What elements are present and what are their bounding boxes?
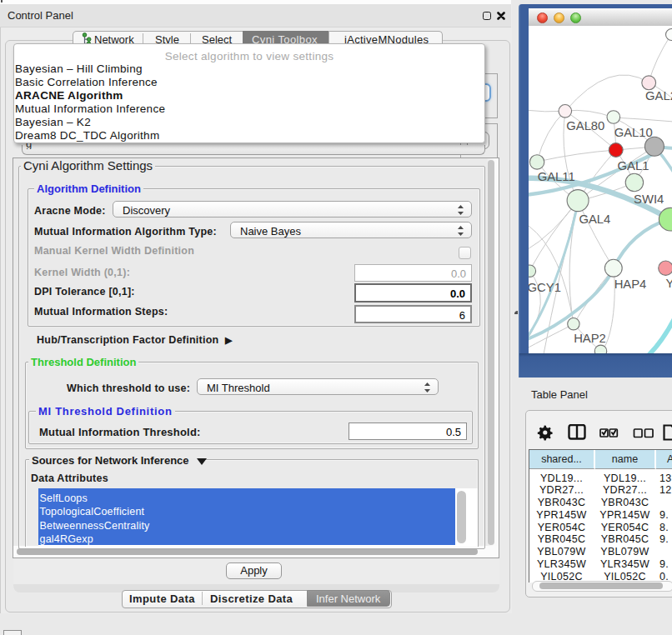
svg-text:GAL4: GAL4 <box>579 212 610 226</box>
svg-text:GAL10: GAL10 <box>614 126 653 139</box>
svg-text:Y: Y <box>666 277 672 290</box>
svg-text:HAP2: HAP2 <box>574 332 606 345</box>
svg-text:SWI4: SWI4 <box>634 192 664 206</box>
svg-text:GAL1: GAL1 <box>618 159 649 172</box>
svg-text:HAP4: HAP4 <box>614 278 647 291</box>
svg-text:GAL11: GAL11 <box>538 170 575 183</box>
svg-text:GCY1: GCY1 <box>529 281 561 294</box>
svg-text:GAL80: GAL80 <box>566 119 604 132</box>
svg-text:GAL2: GAL2 <box>645 89 672 102</box>
